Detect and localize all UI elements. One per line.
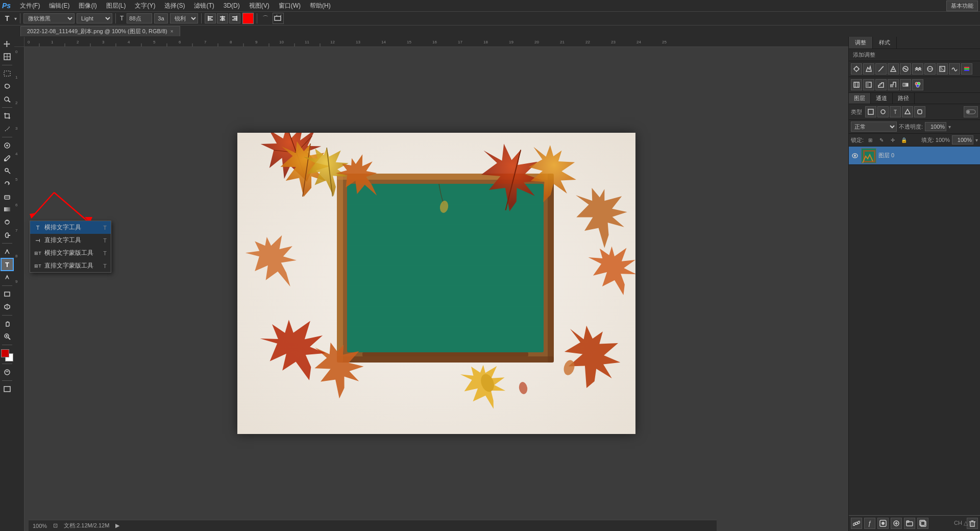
opacity-arrow[interactable]: ▾ — [948, 124, 951, 130]
align-right-btn[interactable] — [229, 13, 240, 23]
lock-all-btn[interactable]: 🔒 — [899, 135, 909, 144]
doc-tab-close[interactable]: × — [170, 29, 174, 34]
lock-transparent-btn[interactable]: ⊞ — [866, 135, 875, 144]
tool-eyedropper[interactable] — [1, 123, 13, 135]
adj-colorlookup-btn[interactable] — [851, 79, 862, 90]
ctx-menu-item-horizontal-text[interactable]: T 横排文字工具 T — [30, 221, 111, 234]
layer-item-0[interactable]: 图层 0 — [849, 147, 980, 165]
zoom-fit-btn[interactable]: ⊡ — [53, 522, 58, 529]
menu-filter[interactable]: 滤镜(T) — [190, 1, 218, 11]
link-layers-btn[interactable] — [851, 518, 862, 529]
tab-layers[interactable]: 图层 — [849, 93, 871, 104]
tab-paths[interactable]: 路径 — [893, 93, 915, 104]
tool-move[interactable] — [1, 38, 13, 50]
tool-screen-mode[interactable] — [1, 383, 13, 395]
adj-invert-btn[interactable] — [863, 79, 874, 90]
menu-help[interactable]: 帮助(H) — [306, 1, 335, 11]
foreground-color-box[interactable] — [1, 349, 9, 357]
create-layer-btn[interactable] — [917, 518, 928, 529]
menu-edit[interactable]: 编辑(E) — [45, 1, 74, 11]
antialias-method-select[interactable]: 锐利 — [170, 13, 198, 23]
text-color-swatch[interactable] — [242, 13, 254, 24]
tool-artboard[interactable] — [1, 51, 13, 63]
tool-crop[interactable] — [1, 110, 13, 122]
tool-gradient[interactable] — [1, 203, 13, 215]
tool-hand[interactable] — [1, 318, 13, 330]
menu-select[interactable]: 选择(S) — [160, 1, 189, 11]
tool-healing[interactable] — [1, 139, 13, 152]
opacity-input[interactable] — [925, 122, 946, 131]
tool-blur[interactable] — [1, 216, 13, 228]
font-style-select[interactable]: Light — [77, 13, 112, 23]
layer-filter-toggle[interactable] — [964, 106, 978, 117]
adj-gradmap-btn[interactable] — [900, 79, 911, 90]
status-arrow[interactable]: ▶ — [115, 522, 119, 529]
create-group-btn[interactable] — [904, 518, 915, 529]
adj-curves-btn[interactable] — [875, 63, 887, 75]
tool-history-brush[interactable] — [1, 178, 13, 190]
tool-zoom[interactable] — [1, 330, 13, 343]
tool-path-selection[interactable] — [1, 271, 13, 283]
tool-clone-stamp[interactable] — [1, 165, 13, 177]
filter-pixel-btn[interactable] — [865, 106, 876, 117]
font-size-input[interactable] — [127, 13, 152, 23]
adj-colorbalance-btn[interactable] — [924, 63, 936, 75]
canvas-document[interactable] — [237, 133, 635, 434]
lock-pixels-btn[interactable]: ✎ — [877, 135, 886, 144]
filter-text-btn[interactable]: T — [890, 106, 901, 117]
workspace-selector[interactable]: 基本功能 — [946, 1, 978, 11]
adj-levels-btn[interactable] — [863, 63, 874, 75]
adj-vibrance-btn[interactable] — [900, 63, 911, 75]
menu-window[interactable]: 窗口(W) — [275, 1, 305, 11]
align-center-btn[interactable] — [217, 13, 228, 23]
tool-dodge[interactable] — [1, 229, 13, 241]
ctx-menu-item-horizontal-mask[interactable]: ⊞T 横排文字蒙版工具 T — [30, 247, 111, 259]
create-fill-adj-btn[interactable] — [891, 518, 902, 529]
adj-threshold-btn[interactable] — [888, 79, 899, 90]
adj-posterize-btn[interactable] — [875, 79, 887, 90]
adj-channel-mixer-btn[interactable] — [961, 63, 972, 75]
add-layer-mask-btn[interactable] — [877, 518, 889, 529]
menu-file[interactable]: 文件(F) — [16, 1, 44, 11]
filter-shape-btn[interactable] — [902, 106, 913, 117]
lock-position-btn[interactable]: ✛ — [888, 135, 897, 144]
menu-layer[interactable]: 图层(L) — [102, 1, 130, 11]
color-boxes[interactable] — [1, 349, 13, 361]
add-layer-style-btn[interactable]: ƒ — [864, 518, 875, 529]
3d-text-btn[interactable] — [273, 13, 284, 24]
adj-hsl-btn[interactable] — [912, 63, 923, 75]
tab-channels[interactable]: 通道 — [871, 93, 893, 104]
ctx-menu-item-vertical-mask[interactable]: ⊞T 直排文字蒙版工具 T — [30, 259, 111, 272]
tool-lasso[interactable] — [1, 80, 13, 92]
adj-brightness-btn[interactable] — [851, 63, 862, 75]
tool-eraser[interactable] — [1, 190, 13, 203]
tab-styles[interactable]: 样式 — [873, 37, 897, 49]
adj-photo-filter-btn[interactable] — [949, 63, 960, 75]
fill-input[interactable] — [952, 135, 973, 144]
tool-pen[interactable] — [1, 246, 13, 258]
adj-selectcolor-btn[interactable] — [912, 79, 923, 90]
warp-text-btn[interactable]: ⌒ — [260, 14, 271, 23]
adj-exposure-btn[interactable] — [888, 63, 899, 75]
ctx-menu-item-vertical-text[interactable]: T 直排文字工具 T — [30, 234, 111, 247]
antialias-btn[interactable]: 3a — [154, 13, 167, 23]
tool-text[interactable]: T — [1, 258, 13, 271]
filter-adj-btn[interactable] — [877, 106, 889, 117]
tool-quick-select[interactable] — [1, 93, 13, 105]
tool-marquee-rect[interactable] — [1, 67, 13, 80]
adj-bw-btn[interactable] — [937, 63, 948, 75]
menu-view[interactable]: 视图(V) — [245, 1, 274, 11]
doc-tab-active[interactable]: 2022-12-08_111449_剧本.png @ 100% (图层 0, R… — [20, 26, 180, 36]
tab-adjustments[interactable]: 调整 — [849, 37, 873, 49]
tool-brush[interactable] — [1, 152, 13, 164]
tool-3d-obj[interactable] — [1, 301, 13, 313]
fill-arrow[interactable]: ▾ — [975, 137, 978, 143]
menu-image[interactable]: 图像(I) — [75, 1, 101, 11]
filter-smartobj-btn[interactable] — [914, 106, 925, 117]
menu-text[interactable]: 文字(Y) — [131, 1, 159, 11]
blend-mode-select[interactable]: 正常 — [851, 122, 897, 132]
tool-preset-picker[interactable]: ▾ — [14, 16, 17, 21]
tool-rectangle[interactable] — [1, 288, 13, 300]
font-name-select[interactable]: 微软雅黑 — [23, 13, 75, 23]
menu-3d[interactable]: 3D(D) — [219, 1, 244, 10]
